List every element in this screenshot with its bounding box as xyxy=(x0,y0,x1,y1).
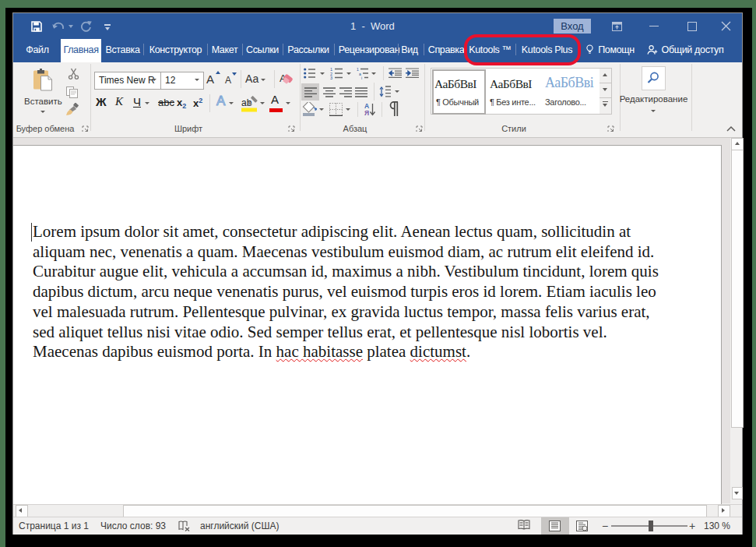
svg-text:i: i xyxy=(361,76,362,79)
svg-text:3: 3 xyxy=(330,76,332,79)
svg-text:Я: Я xyxy=(364,109,369,117)
